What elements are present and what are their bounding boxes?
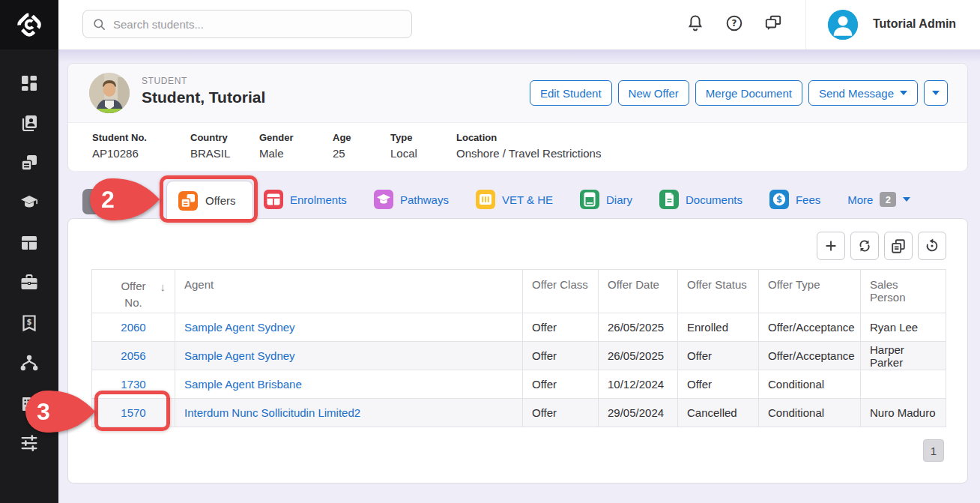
- offers-table: Offer No.↓ Agent Offer Class Offer Date …: [91, 269, 946, 427]
- edit-student-button[interactable]: Edit Student: [530, 80, 612, 106]
- offer-no-cell: 2056: [92, 342, 175, 370]
- enrolments-tab-icon: [264, 190, 283, 209]
- tab-vet-he[interactable]: VET & HE: [476, 190, 553, 209]
- documents-tab-icon: [659, 190, 679, 209]
- table-header-row: Offer No.↓ Agent Offer Class Offer Date …: [92, 270, 946, 313]
- student-card-icon[interactable]: [19, 113, 39, 133]
- chevron-down-icon: [932, 91, 940, 95]
- history-button[interactable]: [918, 232, 946, 260]
- field-country: CountryBRASIL: [190, 132, 259, 171]
- offer-status-cell: Offer: [678, 342, 759, 370]
- copy-button[interactable]: [884, 232, 913, 260]
- agent-link[interactable]: Sample Agent Sydney: [184, 321, 295, 334]
- svg-text:$: $: [27, 318, 32, 326]
- tab-more[interactable]: More 2: [847, 192, 910, 207]
- offer-no-link[interactable]: 2060: [121, 321, 145, 334]
- bell-icon[interactable]: [686, 13, 705, 33]
- user-name[interactable]: Tutorial Admin: [873, 17, 956, 31]
- agent-link[interactable]: Interdum Nunc Sollicitudin Limited2: [184, 406, 360, 419]
- merge-document-label: Merge Document: [706, 87, 792, 100]
- column-label: Offer Class: [532, 278, 588, 291]
- offer-type-cell: Offer/Acceptance: [759, 342, 861, 370]
- offer-date-cell: 26/05/2025: [599, 313, 678, 342]
- column-header-offer-status[interactable]: Offer Status: [678, 270, 759, 313]
- agent-cell: Sample Agent Sydney: [175, 313, 523, 342]
- offer-no-cell: 2060: [92, 313, 175, 342]
- user-avatar[interactable]: [828, 10, 858, 40]
- student-info-bar: Student No.AP10286 CountryBRASIL GenderM…: [68, 122, 967, 171]
- tab-pathways[interactable]: Pathways: [374, 190, 449, 209]
- tab-diary[interactable]: Diary: [580, 190, 632, 209]
- column-header-offer-no[interactable]: Offer No.↓: [92, 270, 175, 313]
- briefcase-icon[interactable]: [19, 273, 39, 292]
- network-icon[interactable]: [19, 353, 39, 373]
- field-value: 25: [333, 147, 390, 160]
- more-actions-button[interactable]: [924, 80, 948, 106]
- annotation-step-number: 3: [37, 398, 50, 425]
- student-header: STUDENT Student, Tutorial Edit Student N…: [68, 64, 967, 122]
- dashboard-icon[interactable]: [19, 73, 39, 93]
- table-toolbar: [817, 232, 946, 260]
- tab-bar: Enrolments Pathways VET & HE Diary Docum…: [264, 181, 910, 218]
- column-header-offer-class[interactable]: Offer Class: [523, 270, 599, 313]
- field-value: Local: [390, 147, 456, 160]
- chat-icon[interactable]: [763, 13, 783, 33]
- offers-icon[interactable]: [19, 153, 39, 172]
- annotation-highlight-offer-1570: [94, 391, 170, 431]
- tab-documents[interactable]: Documents: [659, 190, 742, 209]
- offer-class-cell: Offer: [523, 313, 599, 342]
- graduation-cap-icon[interactable]: [19, 193, 39, 212]
- tab-fees[interactable]: $ Fees: [769, 190, 820, 209]
- layout-icon[interactable]: [19, 233, 39, 253]
- add-button[interactable]: [817, 232, 845, 260]
- student-name: Student, Tutorial: [142, 88, 265, 106]
- tab-documents-label: Documents: [686, 193, 742, 206]
- app-logo[interactable]: [0, 0, 58, 49]
- edit-student-label: Edit Student: [540, 87, 602, 100]
- column-label: Offer Type: [768, 278, 820, 291]
- send-message-button[interactable]: Send Message: [808, 80, 918, 106]
- field-label: Type: [390, 132, 456, 143]
- field-label: Location: [456, 132, 601, 143]
- column-header-sales-person[interactable]: Sales Person: [861, 270, 946, 313]
- column-header-agent[interactable]: Agent: [175, 270, 523, 313]
- offer-type-cell: Conditional: [759, 370, 861, 399]
- sliders-icon[interactable]: [19, 433, 39, 453]
- column-header-offer-type[interactable]: Offer Type: [759, 270, 861, 313]
- sales-person-cell: [861, 370, 946, 399]
- tab-fees-label: Fees: [796, 193, 820, 206]
- tab-enrolments-label: Enrolments: [290, 193, 347, 206]
- student-photo[interactable]: [89, 73, 130, 113]
- offer-no-link[interactable]: 1730: [121, 378, 145, 391]
- offer-class-cell: Offer: [523, 399, 599, 427]
- search-box[interactable]: [82, 10, 412, 38]
- tab-enrolments[interactable]: Enrolments: [264, 190, 347, 209]
- column-header-offer-date[interactable]: Offer Date: [599, 270, 678, 313]
- student-card: STUDENT Student, Tutorial Edit Student N…: [67, 63, 968, 171]
- price-tag-icon[interactable]: $: [19, 313, 39, 333]
- offers-panel: Offer No.↓ Agent Offer Class Offer Date …: [67, 218, 968, 484]
- refresh-button[interactable]: [850, 232, 879, 260]
- pagination-page-1[interactable]: 1: [923, 439, 944, 462]
- agent-link[interactable]: Sample Agent Brisbane: [184, 378, 302, 391]
- more-count-badge: 2: [880, 192, 896, 207]
- search-input[interactable]: [113, 18, 402, 31]
- annotation-pin-step-2: 2: [78, 178, 160, 221]
- topbar: ? Tutorial Admin: [58, 0, 980, 49]
- table-row: 2060 Sample Agent Sydney Offer 26/05/202…: [92, 313, 946, 342]
- field-location: LocationOnshore / Travel Restrictions: [456, 132, 601, 171]
- vet-he-tab-icon: [476, 190, 495, 209]
- field-gender: GenderMale: [259, 132, 333, 171]
- new-offer-label: New Offer: [629, 87, 679, 100]
- field-value: Onshore / Travel Restrictions: [456, 147, 601, 160]
- sales-person-cell: Ryan Lee: [861, 313, 946, 342]
- help-icon[interactable]: ?: [725, 13, 744, 33]
- agent-link[interactable]: Sample Agent Sydney: [184, 349, 295, 362]
- diary-tab-icon: [580, 190, 599, 209]
- agent-cell: Sample Agent Sydney: [175, 342, 523, 370]
- offer-no-link[interactable]: 2056: [121, 349, 145, 362]
- merge-document-button[interactable]: Merge Document: [695, 80, 802, 106]
- offer-date-cell: 10/12/2024: [599, 370, 678, 399]
- new-offer-button[interactable]: New Offer: [618, 80, 689, 106]
- sales-person-cell: Nuro Maduro: [861, 399, 946, 427]
